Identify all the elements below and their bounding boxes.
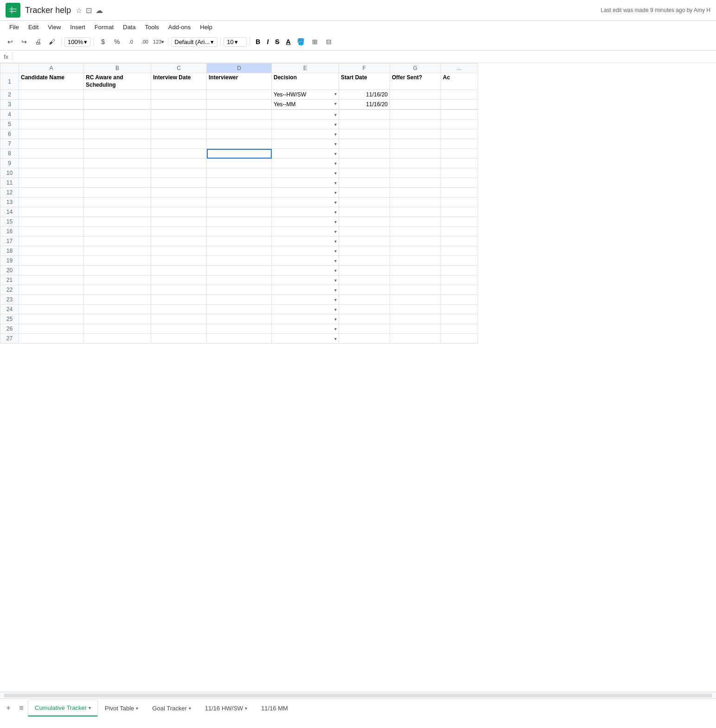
cell-D15[interactable] <box>207 217 272 227</box>
cell-D2[interactable] <box>207 90 272 100</box>
col-header-B[interactable]: B <box>84 64 151 73</box>
cell-F3[interactable]: 11/16/20 <box>339 100 390 109</box>
cell-C26[interactable] <box>151 324 207 334</box>
menu-insert[interactable]: Insert <box>66 22 89 32</box>
tab-cumulative-tracker[interactable]: Cumulative Tracker ▾ <box>28 700 98 716</box>
cell-E15[interactable]: ▾ <box>272 217 339 227</box>
cell-G14[interactable] <box>390 207 441 217</box>
cell-E12[interactable]: ▾ <box>272 188 339 198</box>
text-color-button[interactable]: A <box>283 35 294 48</box>
scroll-track[interactable] <box>4 694 712 697</box>
decimal-decrease-button[interactable]: .0 <box>124 35 137 48</box>
cell-G22[interactable] <box>390 285 441 295</box>
cell-C14[interactable] <box>151 207 207 217</box>
cell-F2[interactable]: 11/16/20 <box>339 90 390 100</box>
cell-C24[interactable] <box>151 305 207 314</box>
cell-F8[interactable] <box>339 149 390 159</box>
menu-edit[interactable]: Edit <box>25 22 42 32</box>
cell-H8[interactable] <box>441 149 478 159</box>
cell-B8[interactable] <box>84 149 151 159</box>
cell-D17[interactable] <box>207 236 272 246</box>
cell-B6[interactable] <box>84 129 151 139</box>
cell-B4[interactable] <box>84 110 151 120</box>
cell-H9[interactable] <box>441 159 478 168</box>
cell-F25[interactable] <box>339 314 390 324</box>
cell-B23[interactable] <box>84 295 151 305</box>
cell-E17[interactable]: ▾ <box>272 236 339 246</box>
cell-B24[interactable] <box>84 305 151 314</box>
cell-E4[interactable]: ▾ <box>272 110 339 120</box>
cell-D27[interactable] <box>207 334 272 344</box>
cell-B21[interactable] <box>84 275 151 285</box>
cell-C20[interactable] <box>151 266 207 275</box>
cell-E21[interactable]: ▾ <box>272 275 339 285</box>
cell-C10[interactable] <box>151 168 207 178</box>
cell-D13[interactable] <box>207 198 272 207</box>
cell-E25[interactable]: ▾ <box>272 314 339 324</box>
cell-E9[interactable]: ▾ <box>272 159 339 168</box>
cell-E5[interactable]: ▾ <box>272 120 339 129</box>
header-E[interactable]: Decision <box>272 73 339 90</box>
cell-H7[interactable] <box>441 139 478 149</box>
cell-B10[interactable] <box>84 168 151 178</box>
cell-G9[interactable] <box>390 159 441 168</box>
cell-H27[interactable] <box>441 334 478 344</box>
cell-C13[interactable] <box>151 198 207 207</box>
menu-help[interactable]: Help <box>196 22 216 32</box>
cell-G3[interactable] <box>390 100 441 109</box>
cell-A26[interactable] <box>19 324 84 334</box>
tab-pivot-table[interactable]: Pivot Table ▾ <box>98 700 145 716</box>
cell-C27[interactable] <box>151 334 207 344</box>
cell-G12[interactable] <box>390 188 441 198</box>
cell-B16[interactable] <box>84 227 151 236</box>
cell-F21[interactable] <box>339 275 390 285</box>
cell-E23[interactable]: ▾ <box>272 295 339 305</box>
cell-H2[interactable] <box>441 90 478 100</box>
cell-F7[interactable] <box>339 139 390 149</box>
cell-G6[interactable] <box>390 129 441 139</box>
cell-F18[interactable] <box>339 246 390 256</box>
cell-D5[interactable] <box>207 120 272 129</box>
cell-H13[interactable] <box>441 198 478 207</box>
cell-E8[interactable]: ▾ <box>272 149 339 159</box>
cell-D21[interactable] <box>207 275 272 285</box>
cell-A9[interactable] <box>19 159 84 168</box>
cell-G4[interactable] <box>390 110 441 120</box>
cell-C9[interactable] <box>151 159 207 168</box>
cell-C22[interactable] <box>151 285 207 295</box>
cell-C21[interactable] <box>151 275 207 285</box>
cell-D3[interactable] <box>207 100 272 109</box>
cell-G7[interactable] <box>390 139 441 149</box>
cell-H15[interactable] <box>441 217 478 227</box>
cell-A24[interactable] <box>19 305 84 314</box>
cell-F16[interactable] <box>339 227 390 236</box>
cell-C17[interactable] <box>151 236 207 246</box>
cell-E27[interactable]: ▾ <box>272 334 339 344</box>
cell-H20[interactable] <box>441 266 478 275</box>
cell-E10[interactable]: ▾ <box>272 168 339 178</box>
cell-G18[interactable] <box>390 246 441 256</box>
cell-H24[interactable] <box>441 305 478 314</box>
cell-D11[interactable] <box>207 178 272 188</box>
cell-C16[interactable] <box>151 227 207 236</box>
menu-format[interactable]: Format <box>91 22 117 32</box>
cell-F11[interactable] <box>339 178 390 188</box>
undo-button[interactable]: ↩ <box>4 35 17 48</box>
cell-C23[interactable] <box>151 295 207 305</box>
cell-A27[interactable] <box>19 334 84 344</box>
cell-C25[interactable] <box>151 314 207 324</box>
menu-data[interactable]: Data <box>119 22 139 32</box>
cell-A10[interactable] <box>19 168 84 178</box>
menu-file[interactable]: File <box>6 22 23 32</box>
col-header-D[interactable]: D <box>207 64 272 73</box>
cell-A4[interactable] <box>19 110 84 120</box>
cell-E3[interactable]: Yes--MM ▾ <box>272 100 339 109</box>
cell-C5[interactable] <box>151 120 207 129</box>
cell-E11[interactable]: ▾ <box>272 178 339 188</box>
cell-G27[interactable] <box>390 334 441 344</box>
cell-D19[interactable] <box>207 256 272 266</box>
cell-E19[interactable]: ▾ <box>272 256 339 266</box>
col-header-H[interactable]: ... <box>441 64 478 73</box>
cell-B26[interactable] <box>84 324 151 334</box>
tab-pivot-table-arrow[interactable]: ▾ <box>136 706 138 711</box>
